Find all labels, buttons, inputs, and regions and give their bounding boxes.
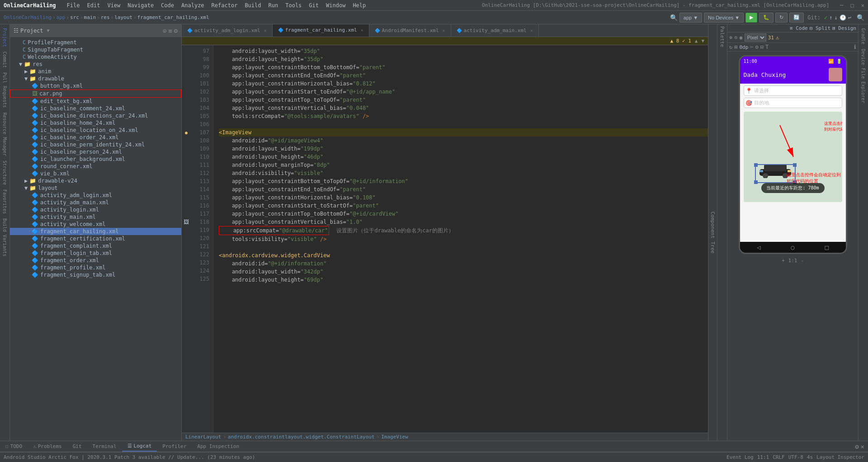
close-tab-icon[interactable]: ✕ (264, 28, 267, 33)
breadcrumb-layout[interactable]: layout (114, 14, 132, 20)
tree-item-activity-welcome[interactable]: 🔷 activity_welcome.xml (10, 221, 181, 228)
line-col-info[interactable]: 11:1 (757, 454, 769, 460)
run-button[interactable]: ▶ (745, 13, 757, 23)
breadcrumb-constraintlayout[interactable]: androidx.constraintlayout.widget.Constra… (228, 434, 375, 440)
git-history-icon[interactable]: 🕐 (840, 14, 846, 21)
menu-run[interactable]: Run (269, 2, 278, 9)
tree-item-ic-launcher[interactable]: 🔷 ic_launcher_background.xml (10, 156, 181, 163)
breadcrumb-file[interactable]: fragment_car_hailing.xml (137, 14, 209, 20)
preview-icon-1[interactable]: ⊕ (729, 34, 732, 41)
design-view-btn[interactable]: ⊞ Design (832, 25, 856, 31)
tree-item-fragment-certification[interactable]: 🔷 fragment_certification.xml (10, 235, 181, 242)
tree-item-ic-directions[interactable]: 🔷 ic_baseline_directions_car_24.xml (10, 112, 181, 119)
sync-button[interactable]: ↻ (775, 13, 788, 23)
phone-input-2[interactable]: 🎯 目的地 (744, 98, 842, 108)
tab-activity-adm-main[interactable]: 🔷 activity_adm_main.xml ✕ (451, 24, 539, 37)
menu-edit[interactable]: Edit (87, 2, 100, 9)
tree-item-welcome-activity[interactable]: C WelcomeActivity (10, 53, 181, 61)
tree-item-res[interactable]: ▼ 📁 res (10, 61, 181, 68)
tree-item-ic-comment[interactable]: 🔷 ic_baseline_comment_24.xml (10, 105, 181, 112)
breadcrumb-main[interactable]: main (84, 14, 96, 20)
tab-activity-adm-login[interactable]: 🔷 activity_adm_login.xml ✕ (182, 24, 273, 37)
menu-build[interactable]: Build (245, 2, 261, 9)
breadcrumb-app[interactable]: app (57, 14, 66, 20)
sidebar-icon-device-file-explorer[interactable]: Device File Explorer (860, 47, 867, 105)
tree-item-drawable-v24[interactable]: ▶ 📁 drawable-v24 (10, 177, 181, 184)
tree-item-edit-text-bg[interactable]: 🔷 edit_text_bg.xml (10, 98, 181, 105)
git-revert-icon[interactable]: ↩ (848, 14, 851, 21)
maximize-btn[interactable]: □ (851, 2, 854, 9)
split-view-btn[interactable]: ⊟ Split (810, 25, 830, 31)
menu-git[interactable]: Git (309, 2, 319, 9)
menu-code[interactable]: Code (161, 2, 174, 9)
menu-help[interactable]: Help (353, 2, 366, 9)
bottom-tab-logcat[interactable]: ☰ Logcat (122, 441, 157, 452)
bottom-tab-terminal[interactable]: Terminal (87, 441, 122, 452)
breadcrumb-src[interactable]: src (70, 14, 79, 20)
tree-item-anim[interactable]: ▶ 📁 anim (10, 68, 181, 75)
breadcrumb-imageview[interactable]: ImageView (381, 434, 408, 440)
warning-icon[interactable]: ⚠ (776, 34, 779, 41)
preview-icon-5[interactable]: ⊞ (734, 44, 737, 50)
warning-count[interactable]: ▲ 8 ✓ 1 (670, 38, 691, 44)
preview-icon-9[interactable]: T (765, 44, 769, 50)
phone-input-1[interactable]: 📍 请选择 (744, 85, 842, 96)
tree-item-profile-fragment[interactable]: C ProfileFragment (10, 39, 181, 46)
breadcrumb-root[interactable]: OnlineCarHailing (4, 14, 52, 20)
sidebar-icon-build-variants[interactable]: Build Variants (1, 217, 8, 258)
sidebar-icon-resource-manager[interactable]: Resource Manager (1, 111, 8, 158)
tree-item-layout[interactable]: ▼ 📁 layout (10, 184, 181, 192)
info-icon[interactable]: ℹ (854, 44, 856, 50)
encoding-info[interactable]: UTF-8 (788, 454, 803, 460)
close-btn[interactable]: ✕ (861, 2, 864, 9)
preview-icon-4[interactable]: ↻ (729, 44, 732, 50)
preview-icon-7[interactable]: ⚙ (755, 44, 759, 50)
collapse-warnings-icon[interactable]: ▼ (701, 38, 704, 44)
tree-item-car-png[interactable]: 🖼 car.png (10, 90, 181, 98)
tree-item-activity-adm-login[interactable]: 🔷 activity_adm_login.xml (10, 192, 181, 199)
tree-item-vie-b[interactable]: 🔷 vie_b.xml (10, 170, 181, 177)
search-icon[interactable]: 🔍 (857, 14, 864, 21)
menu-file[interactable]: File (67, 2, 80, 9)
menu-tools[interactable]: Tools (285, 2, 302, 9)
bottom-tab-problems[interactable]: ⚠ Problems (28, 441, 67, 452)
recents-btn[interactable]: □ (825, 244, 829, 251)
gradle-sync-button[interactable]: 🔄 (789, 13, 804, 23)
collapse-icon[interactable]: ≡ (168, 27, 172, 34)
device-dropdown[interactable]: No Devices ▼ (704, 13, 744, 23)
git-push-icon[interactable]: ↑ (829, 14, 832, 21)
breadcrumb-res[interactable]: res (101, 14, 110, 20)
tree-item-fragment-complaint[interactable]: 🔷 fragment_complaint.xml (10, 242, 181, 250)
locate-icon[interactable]: ⊙ (163, 27, 166, 34)
breadcrumb-linearlayout[interactable]: LinearLayout (185, 434, 221, 440)
code-editor[interactable]: ● 🖼 979899100101 (182, 45, 708, 433)
tree-item-fragment-car-hailing[interactable]: 🔷 fragment_car_hailing.xml (10, 228, 181, 235)
menu-analyze[interactable]: Analyze (181, 2, 204, 9)
tree-item-activity-login[interactable]: 🔷 activity_login.xml (10, 206, 181, 213)
sidebar-icon-commit[interactable]: Commit (1, 50, 8, 70)
bottom-tab-git[interactable]: Git (67, 441, 87, 452)
git-check-icon[interactable]: ✓ (824, 14, 827, 21)
close-tab-icon[interactable]: ✕ (361, 28, 363, 33)
event-log-btn[interactable]: Event Log (726, 454, 754, 460)
sidebar-icon-pull-requests[interactable]: Pull Requests (1, 71, 8, 109)
bottom-tab-app-inspection[interactable]: App Inspection (192, 441, 245, 452)
settings-icon[interactable]: ⚙ (174, 27, 178, 34)
close-tab-icon[interactable]: ✕ (530, 28, 533, 33)
tree-item-activity-adm-main[interactable]: 🔷 activity_adm_main.xml (10, 199, 181, 206)
tree-item-ic-person[interactable]: 🔷 ic_baseline_person_24.xml (10, 148, 181, 156)
debug-button[interactable]: 🐛 (759, 13, 774, 23)
tree-item-ic-location[interactable]: 🔷 ic_baseline_location_on_24.xml (10, 127, 181, 134)
close-tab-icon[interactable]: ✕ (443, 28, 445, 33)
code-view-btn[interactable]: ≡ Code (790, 25, 808, 31)
crlf-info[interactable]: CRLF (773, 454, 785, 460)
sidebar-icon-structure[interactable]: Structure (1, 159, 8, 187)
menu-refactor[interactable]: Refactor (212, 2, 238, 9)
tree-item-button-bg[interactable]: 🔷 button_bg.xml (10, 82, 181, 90)
device-selector[interactable]: Pixel (745, 33, 766, 42)
preview-icon-2[interactable]: ⊙ (734, 34, 737, 41)
menu-view[interactable]: View (107, 2, 120, 9)
indent-info[interactable]: 4s (807, 454, 813, 460)
tree-item-ic-perm[interactable]: 🔷 ic_baseline_perm_identity_24.xml (10, 141, 181, 148)
preview-icon-3[interactable]: ◉ (739, 34, 742, 41)
